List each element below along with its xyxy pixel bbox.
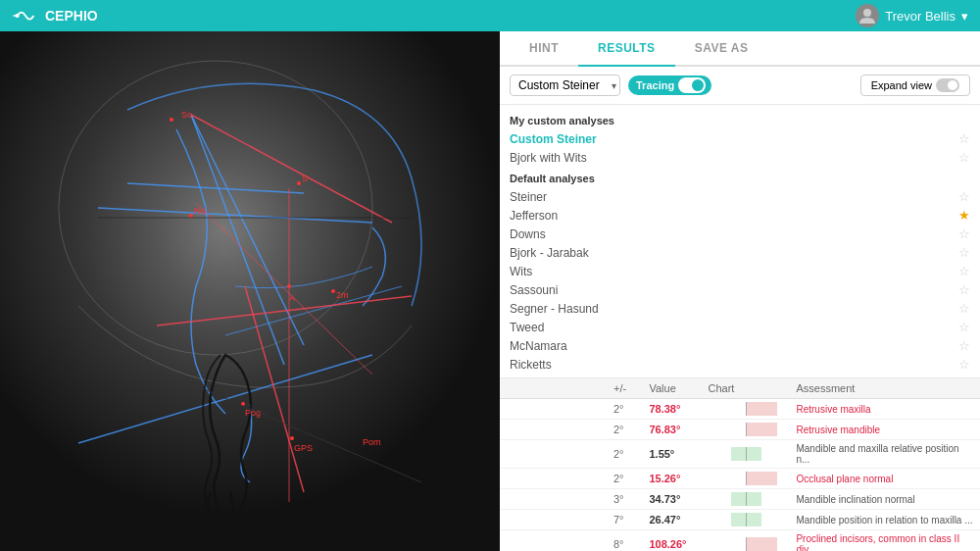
analysis-section: My custom analyses Custom Steiner ☆ Bjor… bbox=[500, 105, 980, 378]
result-value: 108.26° bbox=[643, 530, 702, 552]
result-pm: 8° bbox=[608, 530, 643, 552]
star-bjork-jarabak[interactable]: ☆ bbox=[958, 245, 970, 260]
svg-text:GPS: GPS bbox=[294, 443, 313, 453]
svg-point-18 bbox=[287, 284, 291, 288]
expand-view-button[interactable]: Expand view bbox=[860, 75, 970, 96]
tab-save-as[interactable]: SAVE AS bbox=[675, 31, 768, 67]
analysis-name-ricketts: Ricketts bbox=[510, 358, 953, 372]
analysis-item-downs[interactable]: Downs ☆ bbox=[510, 225, 970, 243]
analysis-name-wits: Wits bbox=[510, 265, 953, 278]
xray-panel: So S Na A 2m Pog GPS Pom bbox=[0, 31, 500, 551]
user-dropdown-arrow: ▾ bbox=[961, 9, 968, 24]
star-steiner[interactable]: ☆ bbox=[958, 189, 970, 204]
analysis-item-steiner[interactable]: Steiner ☆ bbox=[510, 187, 970, 206]
result-value: 78.38° bbox=[643, 399, 702, 420]
analysis-item-ricketts[interactable]: Ricketts ☆ bbox=[510, 355, 970, 374]
result-name bbox=[500, 440, 608, 469]
svg-text:2m: 2m bbox=[336, 290, 349, 300]
svg-point-2 bbox=[863, 9, 871, 17]
result-pm: 2° bbox=[608, 420, 643, 440]
svg-point-22 bbox=[189, 214, 193, 218]
star-segner-hasund[interactable]: ☆ bbox=[958, 301, 970, 316]
header: CEPHIO Trevor Bellis ▾ bbox=[0, 0, 980, 31]
result-chart bbox=[702, 469, 790, 489]
svg-point-16 bbox=[170, 118, 173, 122]
result-name bbox=[500, 420, 608, 440]
analysis-item-bjork-jarabak[interactable]: Bjork - Jarabak ☆ bbox=[510, 243, 970, 262]
result-chart bbox=[702, 420, 790, 440]
star-wits[interactable]: ☆ bbox=[958, 264, 970, 278]
analysis-select-wrapper[interactable]: Custom Steiner bbox=[510, 75, 620, 96]
tracing-toggle[interactable]: Tracing bbox=[628, 75, 711, 95]
expand-knob bbox=[948, 80, 957, 90]
xray-overlay: So S Na A 2m Pog GPS Pom bbox=[0, 31, 500, 551]
result-chart bbox=[702, 489, 790, 510]
tab-results[interactable]: RESULTS bbox=[578, 31, 675, 67]
result-chart bbox=[702, 440, 790, 469]
analysis-name-segner-hasund: Segner - Hasund bbox=[510, 302, 953, 316]
analysis-item-tweed[interactable]: Tweed ☆ bbox=[510, 318, 970, 336]
result-name bbox=[500, 399, 608, 420]
result-chart bbox=[702, 510, 790, 530]
svg-point-19 bbox=[331, 289, 335, 293]
table-row: 2°76.83°Retrusive mandible bbox=[500, 420, 980, 440]
result-pm: 2° bbox=[608, 440, 643, 469]
user-name: Trevor Bellis bbox=[885, 9, 956, 24]
result-name bbox=[500, 489, 608, 510]
analysis-name-mcnamara: McNamara bbox=[510, 339, 953, 353]
analysis-item-custom-steiner[interactable]: Custom Steiner ☆ bbox=[510, 129, 970, 148]
results-area[interactable]: +/- Value Chart Assessment 2°78.38°Retru… bbox=[500, 378, 980, 551]
star-downs[interactable]: ☆ bbox=[958, 226, 970, 241]
star-tweed[interactable]: ☆ bbox=[958, 320, 970, 334]
toolbar: Custom Steiner Tracing Expand view bbox=[500, 67, 980, 105]
analysis-item-wits[interactable]: Wits ☆ bbox=[510, 262, 970, 280]
svg-text:So: So bbox=[181, 110, 192, 120]
col-header-value: Value bbox=[643, 378, 702, 399]
analysis-name-steiner: Steiner bbox=[510, 190, 953, 204]
xray-image: So S Na A 2m Pog GPS Pom bbox=[0, 31, 500, 551]
svg-text:Na: Na bbox=[194, 206, 206, 216]
star-ricketts[interactable]: ☆ bbox=[958, 357, 970, 372]
star-bjork-wits[interactable]: ☆ bbox=[958, 150, 970, 165]
analysis-name-bjork-jarabak: Bjork - Jarabak bbox=[510, 246, 953, 260]
result-pm: 7° bbox=[608, 510, 643, 530]
user-menu[interactable]: Trevor Bellis ▾ bbox=[856, 4, 968, 27]
result-chart bbox=[702, 530, 790, 552]
analysis-item-segner-hasund[interactable]: Segner - Hasund ☆ bbox=[510, 299, 970, 318]
svg-point-17 bbox=[297, 181, 301, 185]
svg-text:Pom: Pom bbox=[363, 437, 381, 447]
result-assessment: Mandible position in relation to maxilla… bbox=[790, 510, 980, 530]
star-jefferson[interactable]: ★ bbox=[958, 208, 970, 223]
star-sassouni[interactable]: ☆ bbox=[958, 282, 970, 297]
table-row: 2°15.26°Occlusal plane normal bbox=[500, 469, 980, 489]
result-value: 1.55° bbox=[643, 440, 702, 469]
col-header-name bbox=[500, 378, 608, 399]
result-pm: 3° bbox=[608, 489, 643, 510]
svg-rect-3 bbox=[0, 31, 500, 551]
analysis-name-jefferson: Jefferson bbox=[510, 209, 953, 223]
star-mcnamara[interactable]: ☆ bbox=[958, 338, 970, 353]
result-assessment: Occlusal plane normal bbox=[790, 469, 980, 489]
result-assessment: Mandible inclination normal bbox=[790, 489, 980, 510]
analysis-item-bjork-wits[interactable]: Bjork with Wits ☆ bbox=[510, 148, 970, 167]
result-assessment: Retrusive maxilla bbox=[790, 399, 980, 420]
table-row: 3°34.73°Mandible inclination normal bbox=[500, 489, 980, 510]
analysis-select[interactable]: Custom Steiner bbox=[510, 75, 620, 96]
analysis-item-jefferson[interactable]: Jefferson ★ bbox=[510, 206, 970, 225]
default-analyses-title: Default analyses bbox=[510, 173, 970, 184]
logo-icon bbox=[12, 5, 39, 26]
result-name bbox=[500, 530, 608, 552]
star-custom-steiner[interactable]: ☆ bbox=[958, 131, 970, 146]
toggle-label: Tracing bbox=[636, 79, 674, 91]
analysis-item-mcnamara[interactable]: McNamara ☆ bbox=[510, 336, 970, 355]
result-assessment: Mandible and maxilla relative position n… bbox=[790, 440, 980, 469]
table-row: 7°26.47°Mandible position in relation to… bbox=[500, 510, 980, 530]
result-assessment: Retrusive mandible bbox=[790, 420, 980, 440]
result-chart bbox=[702, 399, 790, 420]
tab-hint[interactable]: HINT bbox=[510, 31, 578, 67]
result-pm: 2° bbox=[608, 469, 643, 489]
analysis-item-sassouni[interactable]: Sassouni ☆ bbox=[510, 280, 970, 299]
analysis-name-custom-steiner: Custom Steiner bbox=[510, 132, 953, 146]
expand-label: Expand view bbox=[871, 79, 932, 91]
results-table: +/- Value Chart Assessment 2°78.38°Retru… bbox=[500, 378, 980, 551]
